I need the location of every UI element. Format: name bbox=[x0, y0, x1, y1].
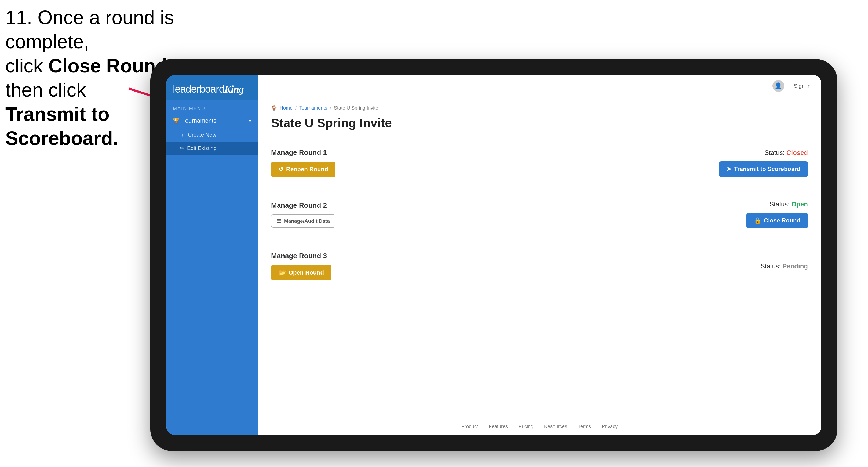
footer-product[interactable]: Product bbox=[461, 424, 478, 429]
round-2-left: Manage Round 2 ☰ Manage/Audit Data bbox=[271, 201, 336, 227]
round-1-left: Manage Round 1 ↺ Reopen Round bbox=[271, 148, 336, 177]
logo-text: leaderboardKing bbox=[173, 83, 251, 95]
transmit-scoreboard-label: Transmit to Scoreboard bbox=[734, 165, 800, 173]
instruction-line1: 11. Once a round is complete, bbox=[5, 7, 174, 52]
page-footer: Product Features Pricing Resources Terms… bbox=[258, 418, 821, 435]
trophy-icon: 🏆 bbox=[173, 118, 180, 124]
sidebar-item-create-new[interactable]: ＋ Create New bbox=[166, 128, 258, 142]
round-2-status-value: Open bbox=[792, 200, 808, 208]
home-icon: 🏠 bbox=[271, 105, 277, 111]
lock-icon: 🔒 bbox=[754, 217, 761, 224]
sidebar-item-edit-existing[interactable]: ✏ Edit Existing bbox=[166, 142, 258, 155]
close-round-label: Close Round bbox=[764, 217, 800, 224]
edit-existing-label: Edit Existing bbox=[187, 145, 217, 151]
open-icon: 📂 bbox=[279, 269, 286, 276]
round-3-right: Status: Pending bbox=[761, 262, 808, 270]
footer-features[interactable]: Features bbox=[489, 424, 508, 429]
round-1-right: Status: Closed ➤ Transmit to Scoreboard bbox=[719, 149, 808, 177]
footer-terms[interactable]: Terms bbox=[578, 424, 591, 429]
manage-icon: ☰ bbox=[277, 218, 281, 224]
round-3-status-value: Pending bbox=[782, 262, 808, 270]
reopen-round-button[interactable]: ↺ Reopen Round bbox=[271, 162, 336, 177]
breadcrumb: 🏠 Home / Tournaments / State U Spring In… bbox=[271, 105, 808, 111]
round-1-section: Manage Round 1 ↺ Reopen Round Status: Cl… bbox=[271, 141, 808, 185]
open-round-button[interactable]: 📂 Open Round bbox=[271, 265, 332, 280]
manage-audit-label: Manage/Audit Data bbox=[284, 218, 330, 224]
manage-audit-button[interactable]: ☰ Manage/Audit Data bbox=[271, 214, 336, 227]
open-round-label: Open Round bbox=[288, 269, 324, 276]
plus-icon: ＋ bbox=[180, 131, 185, 138]
menu-label: MAIN MENU bbox=[166, 100, 258, 114]
sidebar-tournaments-label: Tournaments bbox=[182, 117, 216, 124]
round-1-status: Status: Closed bbox=[765, 149, 808, 156]
create-new-label: Create New bbox=[188, 132, 216, 138]
logo-king: King bbox=[224, 84, 244, 95]
chevron-down-icon: ▾ bbox=[249, 118, 251, 124]
page-title: State U Spring Invite bbox=[271, 116, 808, 130]
instruction-line3: then click bbox=[5, 79, 86, 101]
instruction-bold2: Transmit to Scoreboard. bbox=[5, 103, 118, 149]
transmit-icon: ➤ bbox=[726, 165, 732, 173]
top-nav: 👤 → Sign In bbox=[258, 75, 821, 97]
round-2-right: Status: Open 🔒 Close Round bbox=[746, 200, 808, 228]
round-3-section: Manage Round 3 📂 Open Round Status: Pend… bbox=[271, 244, 808, 288]
round-3-title: Manage Round 3 bbox=[271, 252, 332, 260]
sign-in-label: → bbox=[786, 83, 792, 89]
reopen-icon: ↺ bbox=[279, 166, 283, 173]
sidebar-item-tournaments[interactable]: 🏆 Tournaments ▾ bbox=[166, 114, 258, 128]
sidebar-logo: leaderboardKing bbox=[166, 75, 258, 100]
close-round-button[interactable]: 🔒 Close Round bbox=[746, 213, 808, 228]
tablet-device: leaderboardKing MAIN MENU 🏆 Tournaments … bbox=[150, 59, 837, 451]
breadcrumb-current: State U Spring Invite bbox=[334, 105, 378, 111]
round-3-left: Manage Round 3 📂 Open Round bbox=[271, 252, 332, 280]
avatar: 👤 bbox=[772, 80, 784, 92]
sign-in-button[interactable]: 👤 → Sign In bbox=[772, 80, 811, 92]
round-2-title: Manage Round 2 bbox=[271, 201, 336, 210]
footer-resources[interactable]: Resources bbox=[544, 424, 567, 429]
round-2-status: Status: Open bbox=[770, 200, 808, 208]
instruction-line2: click bbox=[5, 55, 48, 76]
app-layout: leaderboardKing MAIN MENU 🏆 Tournaments … bbox=[166, 75, 821, 435]
page-content: 🏠 Home / Tournaments / State U Spring In… bbox=[258, 97, 821, 418]
edit-icon: ✏ bbox=[180, 145, 184, 151]
round-3-status: Status: Pending bbox=[761, 262, 808, 270]
main-content: 👤 → Sign In 🏠 Home / Tournaments / State bbox=[258, 75, 821, 435]
tablet-screen: leaderboardKing MAIN MENU 🏆 Tournaments … bbox=[166, 75, 821, 435]
sign-in-text: Sign In bbox=[794, 83, 811, 89]
transmit-scoreboard-button[interactable]: ➤ Transmit to Scoreboard bbox=[719, 161, 808, 177]
round-1-status-value: Closed bbox=[786, 149, 808, 156]
instruction-bold1: Close Round bbox=[48, 55, 167, 76]
reopen-round-label: Reopen Round bbox=[286, 166, 328, 173]
breadcrumb-tournaments[interactable]: Tournaments bbox=[299, 105, 327, 111]
sidebar: leaderboardKing MAIN MENU 🏆 Tournaments … bbox=[166, 75, 258, 435]
footer-pricing[interactable]: Pricing bbox=[519, 424, 533, 429]
round-2-section: Manage Round 2 ☰ Manage/Audit Data Statu… bbox=[271, 193, 808, 236]
round-1-title: Manage Round 1 bbox=[271, 148, 336, 157]
footer-privacy[interactable]: Privacy bbox=[602, 424, 618, 429]
breadcrumb-home[interactable]: Home bbox=[280, 105, 292, 111]
